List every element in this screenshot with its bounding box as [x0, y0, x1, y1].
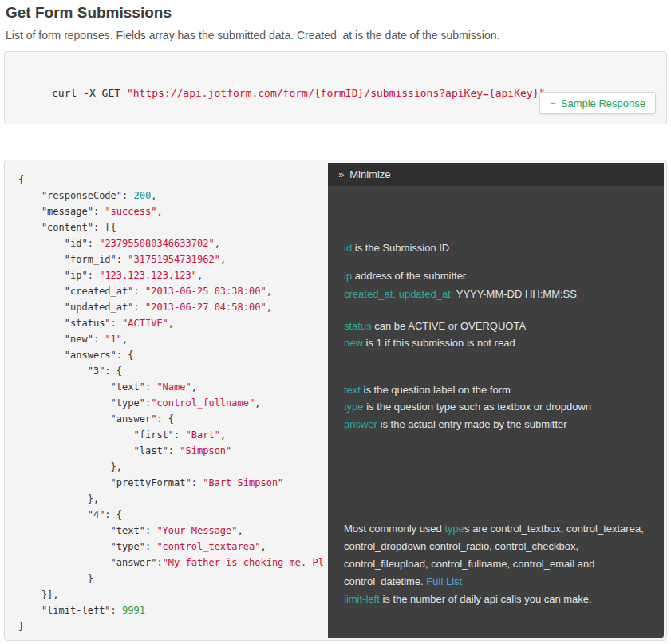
annotation-keyword: ip — [344, 270, 352, 282]
annotation-text: is the question type such as textbox or … — [364, 401, 591, 413]
annotation-text: is the number of daily api calls you can… — [380, 593, 592, 605]
annotation-text: is the question label on the form — [361, 384, 511, 396]
annotation: answer is the actual entry made by the s… — [344, 416, 649, 433]
annotation: limit-left is the number of daily api ca… — [344, 591, 649, 608]
annotation-text: is 1 if this submission is not read — [363, 337, 515, 349]
annotation-keyword: type — [444, 523, 464, 535]
annotation-keyword: new — [344, 337, 363, 349]
annotation-keyword: id — [344, 242, 352, 254]
annotation: created_at, updated_at: YYYY-MM-DD HH:MM… — [344, 286, 649, 303]
annotation: new is 1 if this submission is not read — [344, 334, 649, 352]
annotation-keyword: type — [344, 401, 364, 413]
annotation-keyword: status — [344, 320, 372, 332]
annotation: text is the question label on the form — [344, 381, 649, 399]
annotation: type is the question type such as textbo… — [344, 398, 649, 416]
annotation-text: address of the submitter — [352, 270, 466, 282]
annotation-overlay: »Minimize id is the Submission IDip addr… — [328, 163, 664, 638]
annotation: ip address of the submitter — [344, 267, 649, 285]
annotation-keyword: updated_at: — [399, 288, 454, 300]
api-doc-page: Get Form Submissions List of form repons… — [0, 0, 671, 644]
annotation-keyword: created_at, — [344, 288, 396, 300]
full-list-link[interactable]: Full List — [426, 575, 462, 587]
annotation: id is the Submission ID — [344, 239, 649, 257]
annotation-text: Most commonly used — [344, 523, 444, 535]
annotation-text: is the actual entry made by the submitte… — [377, 418, 567, 430]
curl-command: curl -X GET "https://api.jotform.com/for… — [52, 87, 545, 99]
annotation-text: can be ACTIVE or OVERQUOTA — [372, 320, 526, 332]
curl-command-url: "https://api.jotform.com/form/{formID}/s… — [127, 87, 545, 99]
request-example-box: curl -X GET "https://api.jotform.com/for… — [4, 51, 667, 124]
annotations-container: id is the Submission IDip address of the… — [328, 163, 664, 638]
curl-command-prefix: curl -X GET — [52, 87, 127, 99]
sample-response-panel: { "responseCode": 200, "message": "succe… — [4, 160, 667, 641]
annotation-text: YYYY-MM-DD HH:MM:SS — [453, 288, 577, 300]
sample-response-label: Sample Response — [561, 97, 645, 109]
sample-response-button[interactable]: − Sample Response — [539, 92, 656, 114]
annotation-keyword: answer — [344, 418, 377, 430]
annotation: status can be ACTIVE or OVERQUOTA — [344, 318, 649, 335]
page-subtitle: List of form reponses. Fields array has … — [6, 29, 499, 41]
annotation-keyword: text — [344, 384, 361, 396]
annotation-keyword: limit-left — [344, 593, 380, 605]
collapse-minus-icon: − — [550, 97, 556, 109]
annotation: Most commonly used types are control_tex… — [344, 520, 649, 591]
page-title: Get Form Submissions — [6, 4, 172, 22]
annotation-text: is the Submission ID — [352, 242, 449, 254]
